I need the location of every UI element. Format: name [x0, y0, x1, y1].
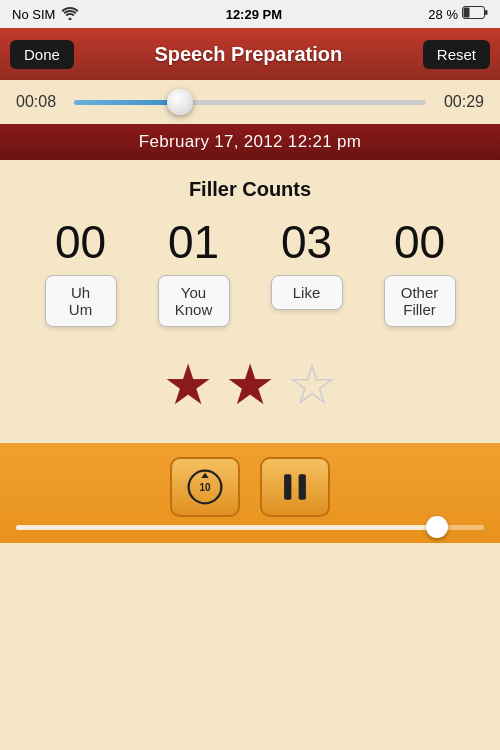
- button-like[interactable]: Like: [271, 275, 343, 310]
- svg-point-0: [69, 17, 72, 20]
- filler-col-you-know: 01 YouKnow: [158, 219, 230, 327]
- star-1: ★: [163, 357, 213, 413]
- progress-slider[interactable]: [74, 92, 426, 112]
- count-uh-um: 00: [55, 219, 106, 265]
- filler-section: Filler Counts 00 UhUm 01 YouKnow 03 Like…: [0, 160, 500, 443]
- bottom-slider-fill: [16, 525, 437, 530]
- filler-title: Filler Counts: [16, 178, 484, 201]
- bottom-slider-row: [0, 525, 500, 530]
- filler-col-uh-um: 00 UhUm: [45, 219, 117, 327]
- star-2: ★: [225, 357, 275, 413]
- playback-buttons: 10: [170, 457, 330, 517]
- battery-label: 28 %: [428, 7, 458, 22]
- nav-bar: Done Speech Preparation Reset: [0, 28, 500, 80]
- svg-rect-7: [299, 474, 306, 499]
- count-like: 03: [281, 219, 332, 265]
- filler-col-other: 00 OtherFiller: [384, 219, 456, 327]
- filler-col-like: 03 Like: [271, 219, 343, 310]
- bottom-slider-track[interactable]: [16, 525, 484, 530]
- svg-rect-3: [485, 10, 488, 15]
- battery-icon: [462, 6, 488, 22]
- replay-button[interactable]: 10: [170, 457, 240, 517]
- button-other-filler[interactable]: OtherFiller: [384, 275, 456, 327]
- button-uh-um[interactable]: UhUm: [45, 275, 117, 327]
- end-time: 00:29: [436, 93, 484, 111]
- carrier-label: No SIM: [12, 7, 55, 22]
- svg-rect-6: [284, 474, 291, 499]
- star-3-empty: ☆: [287, 357, 337, 413]
- count-you-know: 01: [168, 219, 219, 265]
- slider-thumb[interactable]: [167, 89, 193, 115]
- button-you-know[interactable]: YouKnow: [158, 275, 230, 327]
- progress-slider-row: 00:08 00:29: [0, 80, 500, 124]
- filler-grid: 00 UhUm 01 YouKnow 03 Like 00 OtherFille…: [16, 219, 484, 327]
- status-right: 28 %: [428, 6, 488, 22]
- slider-fill: [74, 100, 180, 105]
- count-other: 00: [394, 219, 445, 265]
- pause-button[interactable]: [260, 457, 330, 517]
- status-bar: No SIM 12:29 PM 28 %: [0, 0, 500, 28]
- nav-title: Speech Preparation: [154, 43, 342, 66]
- stars-row: ★ ★ ☆: [16, 327, 484, 433]
- bottom-slider-thumb[interactable]: [426, 516, 448, 538]
- done-button[interactable]: Done: [10, 40, 74, 69]
- wifi-icon: [61, 6, 79, 23]
- bottom-controls: 10: [0, 443, 500, 543]
- start-time: 00:08: [16, 93, 64, 111]
- status-time: 12:29 PM: [226, 7, 282, 22]
- svg-rect-2: [463, 8, 469, 18]
- date-banner: February 17, 2012 12:21 pm: [0, 124, 500, 160]
- slider-track: [74, 100, 426, 105]
- status-left: No SIM: [12, 6, 79, 23]
- date-text: February 17, 2012 12:21 pm: [139, 132, 361, 151]
- svg-text:10: 10: [199, 481, 211, 492]
- reset-button[interactable]: Reset: [423, 40, 490, 69]
